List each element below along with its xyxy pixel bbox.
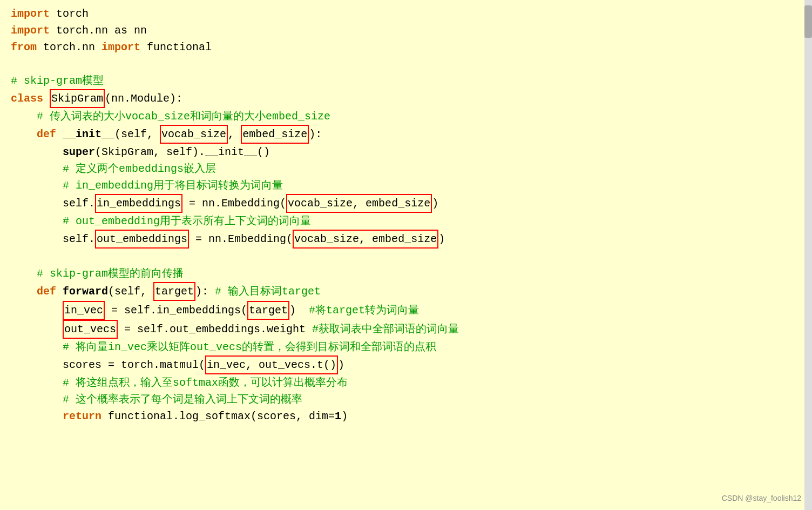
var-out-vecs: out_vecs [63,320,118,339]
plain-text: = self.in_embeddings( [105,302,247,319]
indent [11,213,63,230]
indent [11,177,63,194]
plain-text: self. [63,231,95,247]
keyword-super: super(SkipGram, self).__init__() [63,144,270,160]
indent [11,195,63,212]
line-21: scores = torch.matmul(in_vec, out_vecs.t… [11,355,801,374]
plain-text: = nn.Embedding( [182,195,286,212]
line-5: # skip-gram模型 [11,72,801,89]
line-17: def forward(self, target): # 输入目标词target [11,282,801,301]
plain-text: ) [432,195,438,212]
line-14: self.out_embeddings = nn.Embedding(vocab… [11,230,801,249]
line-4 [11,56,801,72]
attr-in-embeddings: in_embeddings [95,194,182,213]
plain-text: ) [438,231,445,247]
plain-text: ) [338,357,344,373]
plain-text: functional [140,39,212,56]
line-9: super(SkipGram, self).__init__() [11,144,801,160]
line-6: class SkipGram(nn.Module): [11,89,801,108]
plain-text: (nn.Module): [105,90,182,107]
comment-softmax-2: # 这个概率表示了每个词是输入词上下文词的概率 [63,391,302,408]
line-24: return functional.log_softmax(scores, di… [11,408,801,425]
class-name-skipgram: SkipGram [50,89,105,108]
line-10: # 定义两个embeddings嵌入层 [11,160,801,177]
comment-out-embedding: # out_embedding用于表示所有上下文词的词向量 [63,213,311,230]
line-11: # in_embedding用于将目标词转换为词向量 [11,177,801,194]
attr-out-embeddings: out_embeddings [95,230,189,249]
comment-define-embeddings: # 定义两个embeddings嵌入层 [63,160,216,177]
indent [11,144,63,160]
plain-text: __init__(self, [56,126,160,143]
line-2: import torch.nn as nn [11,22,801,39]
line-22: # 将这组点积，输入至softmax函数，可以计算出概率分布 [11,374,801,391]
indent [11,283,37,300]
line-23: # 这个概率表示了每个词是输入词上下文词的概率 [11,391,801,408]
args-vocab-embed-1: vocab_size, embed_size [286,194,432,213]
param-embed-size: embed_size [241,125,309,144]
comment-skipgram: # skip-gram模型 [11,72,104,89]
indent [11,126,37,143]
keyword-def-forward: def [37,283,56,300]
keyword-return: return [63,408,102,425]
line-18: in_vec = self.in_embeddings(target) #将ta… [11,301,801,320]
comment-matmul: # 将向量in_vec乘以矩阵out_vecs的转置，会得到目标词和全部词语的点… [63,339,436,355]
plain-text: torch [50,5,89,22]
indent [11,339,63,355]
indent [11,160,63,177]
line-16: # skip-gram模型的前向传播 [11,265,801,282]
plain-text: = self.out_embeddings.weight [118,321,312,338]
line-7: # 传入词表的大小vocab_size和词向量的大小embed_size [11,108,801,125]
keyword-def: def [37,126,56,143]
indent [11,108,37,125]
indent [11,321,63,338]
args-matmul: in_vec, out_vecs.t() [205,355,338,374]
line-1: import torch [11,5,801,22]
plain-text: ) [289,302,309,319]
comment-out-vecs: #获取词表中全部词语的词向量 [312,321,459,338]
comment-softmax-1: # 将这组点积，输入至softmax函数，可以计算出概率分布 [63,374,348,391]
comment-in-vec: #将target转为词向量 [309,302,419,319]
code-area: import torch import torch.nn as nn from … [0,0,812,441]
scrollbar[interactable] [804,0,812,510]
scrollbar-thumb[interactable] [804,5,812,38]
keyword-import: import [102,39,140,56]
param-target: target [153,282,195,301]
line-8: def __init__(self, vocab_size, embed_siz… [11,125,801,144]
indent [11,265,37,282]
line-3: from torch.nn import functional [11,39,801,56]
plain-text: , [228,126,241,143]
indent [11,302,63,319]
line-12: self.in_embeddings = nn.Embedding(vocab_… [11,194,801,213]
arg-target: target [247,301,289,320]
plain-text: torch.nn [50,22,114,39]
plain-text: torch.nn [37,39,102,56]
indent [11,391,63,408]
comment-vocab: # 传入词表的大小vocab_size和词向量的大小embed_size [37,108,330,125]
keyword-as: as [114,22,127,39]
watermark: CSDN @stay_foolish12 [722,493,801,505]
plain-text: forward(self, [56,283,153,300]
indent [11,408,63,425]
comment-forward: # skip-gram模型的前向传播 [37,265,184,282]
comment-in-embedding: # in_embedding用于将目标词转换为词向量 [63,177,283,194]
comment-target: # 输入目标词target [215,283,321,300]
param-vocab-size: vocab_size [160,125,228,144]
plain-text: = nn.Embedding( [189,231,293,247]
plain-text: self. [63,195,95,212]
plain-text: nn [127,22,147,39]
line-19: out_vecs = self.out_embeddings.weight #获… [11,320,801,339]
indent [11,357,63,373]
plain-text: ): [195,283,215,300]
plain-text: scores = torch.matmul( [63,357,205,373]
plain-text: ): [309,126,322,143]
plain-text: functional.log_softmax(scores, dim=1) [102,408,348,425]
args-vocab-embed-2: vocab_size, embed_size [293,230,438,249]
keyword-from: from [11,39,37,56]
keyword-import: import [11,22,50,39]
indent [11,374,63,391]
plain-text [43,90,50,107]
keyword-import: import [11,5,50,22]
keyword-class: class [11,90,43,107]
line-13: # out_embedding用于表示所有上下文词的词向量 [11,213,801,230]
line-15 [11,249,801,265]
